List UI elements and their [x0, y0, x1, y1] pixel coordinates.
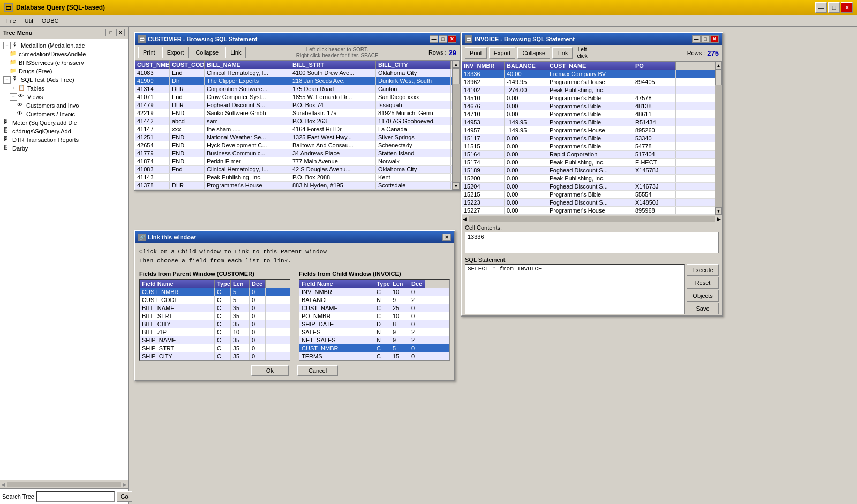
table-row[interactable]: 42654ENDHyck Development C...Balltown An… — [135, 141, 452, 149]
objects-button[interactable]: Objects — [687, 290, 719, 302]
cust-close-btn[interactable]: ✕ — [448, 35, 456, 43]
ch-dec[interactable]: Dec — [409, 280, 425, 288]
cust-restore-btn[interactable]: □ — [439, 35, 447, 43]
sidebar-scrollbar-h[interactable]: ◀ ▶ — [0, 480, 128, 488]
tree-item-darby[interactable]: 🗄 Darby — [2, 144, 126, 153]
menu-odbc[interactable]: ODBC — [37, 17, 63, 25]
list-item[interactable]: BILL_ZIPC100 — [140, 328, 290, 336]
header-po[interactable]: PO — [633, 62, 676, 70]
cust-minimize-btn[interactable]: — — [430, 35, 438, 43]
table-row[interactable]: 41083EndClinical Hematology, I...42 S Do… — [135, 166, 452, 174]
table-row[interactable]: 41314DLRCorporation Software...175 Dean … — [135, 85, 452, 93]
sidebar-minimize-btn[interactable]: — — [97, 29, 106, 36]
inv-restore-btn[interactable]: □ — [701, 35, 710, 43]
table-row[interactable]: 152040.00Foghead Discount S...X14673J — [462, 183, 715, 191]
table-row[interactable]: 41874ENDPerkin-Elmer777 Main AvenueNorwa… — [135, 157, 452, 166]
table-row[interactable]: 147100.00Programmer's Bible48611 — [462, 110, 715, 118]
table-row[interactable]: 152150.00Programmer's Bible55554 — [462, 191, 715, 199]
header-bill-strt[interactable]: BILL_STRT — [290, 61, 376, 69]
tree-item-tables[interactable]: + 📋 Tables — [2, 84, 126, 93]
header-cust-nmbr[interactable]: CUST_NMBR — [135, 61, 170, 69]
table-row[interactable]: 41251ENDNational Weather Se...1325 East-… — [135, 133, 452, 141]
ch-type[interactable]: Type — [374, 280, 390, 288]
list-item[interactable]: CUST_NMBRC50 — [299, 344, 449, 352]
ph-type[interactable]: Type — [215, 280, 231, 288]
ph-dec[interactable]: Dec — [250, 280, 266, 288]
table-row[interactable]: 152270.00Programmer's House895968 — [462, 207, 715, 215]
execute-button[interactable]: Execute — [687, 264, 719, 276]
table-row[interactable]: 14953-149.95Programmer's BibleR51434 — [462, 118, 715, 126]
customer-scrollbar-v[interactable]: ▲ ▼ — [452, 61, 460, 190]
list-item[interactable]: TERMSC150 — [299, 352, 449, 360]
table-row[interactable]: 14102-276.00Peak Publishing, Inc. — [462, 86, 715, 94]
list-item[interactable]: NET_SALESN92 — [299, 336, 449, 344]
collapse-button[interactable]: Collapse — [191, 47, 223, 58]
table-row[interactable]: 145100.00Programmer's Bible47578 — [462, 94, 715, 102]
save-button[interactable]: Save — [687, 303, 719, 314]
table-row[interactable]: 41779ENDBusiness Communic...34 Andrews P… — [135, 149, 452, 157]
table-row[interactable]: 41147xxxthe sham .....4164 Forest Hill D… — [135, 125, 452, 133]
table-row[interactable]: 146760.00Programmer's Bible48138 — [462, 102, 715, 110]
table-row[interactable]: 151170.00Programmer's Bible53340 — [462, 134, 715, 142]
scroll-down[interactable]: ▼ — [715, 207, 722, 215]
header-balance[interactable]: BALANCE — [505, 62, 547, 70]
invoice-scrollbar-v[interactable]: ▲ ▼ — [715, 62, 722, 215]
print-button[interactable]: Print — [138, 47, 160, 58]
table-row[interactable]: 41083EndClinical Hematology, I...4100 So… — [135, 69, 452, 77]
list-item[interactable]: PO_NMBRC100 — [299, 312, 449, 320]
table-row[interactable]: 41143Peak Publishing, Inc.P.O. Box 2088K… — [135, 174, 452, 182]
inv-close-btn[interactable]: ✕ — [710, 35, 719, 43]
list-item[interactable]: SALESN92 — [299, 328, 449, 336]
tree-item-bhs[interactable]: 📁 BHSServices (c:\bhsserv — [2, 58, 126, 67]
header-bill-name[interactable]: BILL_NAME — [205, 61, 290, 69]
header-cust-name[interactable]: CUST_NAME — [547, 62, 633, 70]
inv-export-button[interactable]: Export — [489, 47, 516, 59]
list-item[interactable]: CUST_NMBRC50 — [140, 288, 290, 296]
tree-item-dtr[interactable]: 🗄 DTR Transaction Reports — [2, 136, 126, 144]
tree-item-customers-invoic[interactable]: 👁 Customers / Invoic — [2, 110, 126, 118]
inv-minimize-btn[interactable]: — — [692, 35, 701, 43]
table-row[interactable]: 41071EndCrow Computer Syst...1855 W. Fer… — [135, 93, 452, 101]
tree-item-medallion[interactable]: − 🗄 Medallion (Medalion.adc — [2, 41, 126, 50]
expand-icon[interactable]: + — [10, 85, 17, 92]
menu-util[interactable]: Util — [20, 17, 37, 25]
ph-field-name[interactable]: Field Name — [140, 280, 215, 288]
table-row[interactable]: 151890.00Foghead Discount S...X14578J — [462, 167, 715, 175]
table-row[interactable]: 41900DlrThe Clipper Experts218 Jan Seeds… — [135, 77, 452, 85]
inv-print-button[interactable]: Print — [465, 47, 487, 59]
cancel-button[interactable]: Cancel — [297, 365, 338, 376]
ph-len[interactable]: Len — [231, 280, 250, 288]
tree-item-drives[interactable]: 📁 c:\medalion\DrivesAndMe — [2, 50, 126, 58]
scroll-track[interactable] — [453, 68, 460, 182]
list-item[interactable]: SHIP_STRTC350 — [140, 344, 290, 352]
tree-item-sqltest[interactable]: − 🗄 SQL Test (Ads Free) — [2, 76, 126, 84]
tree-item-meter[interactable]: 🗄 Meter (SqlQuery.add Dic — [2, 118, 126, 127]
scroll-down[interactable]: ▼ — [453, 182, 460, 190]
expand-icon[interactable]: − — [3, 42, 11, 49]
header-inv-nmbr[interactable]: INV_NMBR — [462, 62, 505, 70]
menu-file[interactable]: File — [2, 17, 20, 25]
tree-item-drugs[interactable]: 📁 Drugs (Free) — [2, 67, 126, 76]
table-row[interactable]: 41378DLRProgrammer's House883 N Hyden, #… — [135, 182, 452, 190]
expand-icon[interactable]: − — [3, 76, 11, 84]
expand-icon[interactable]: − — [10, 93, 17, 101]
scroll-up[interactable]: ▲ — [715, 62, 722, 69]
tree-item-views[interactable]: − 👁 Views — [2, 93, 126, 101]
header-cust-code[interactable]: CUST_CODE — [170, 61, 205, 69]
reset-button[interactable]: Reset — [687, 277, 719, 289]
tree-item-customers-inv[interactable]: 👁 Customers and Invo — [2, 101, 126, 110]
scroll-track[interactable] — [715, 69, 722, 207]
table-row[interactable]: 42219ENDSanko Software GmbhSurabellastr.… — [135, 109, 452, 117]
list-item[interactable]: SHIP_DATED80 — [299, 320, 449, 328]
list-item[interactable]: SHIP_NAMEC350 — [140, 336, 290, 344]
header-bill-city[interactable]: BILL_CITY — [376, 61, 451, 69]
table-row[interactable]: 115150.00Programmer's Bible54778 — [462, 142, 715, 151]
link-button[interactable]: Link — [225, 47, 246, 58]
ch-field-name[interactable]: Field Name — [299, 280, 374, 288]
table-row[interactable]: 41442abcdsamP.O. Box 2631170 AG Goohoeve… — [135, 117, 452, 125]
list-item[interactable]: SHIP_CITYC350 — [140, 352, 290, 360]
table-row[interactable]: 151740.00Peak Publishing, Inc.E.HECT — [462, 159, 715, 167]
table-row[interactable]: 41479DLRFoghead Discount S...P.O. Box 74… — [135, 101, 452, 109]
table-row[interactable]: 14957-149.95Programmer's House895260 — [462, 126, 715, 134]
table-row[interactable]: 152000.00Peak Publishing, Inc. — [462, 175, 715, 183]
